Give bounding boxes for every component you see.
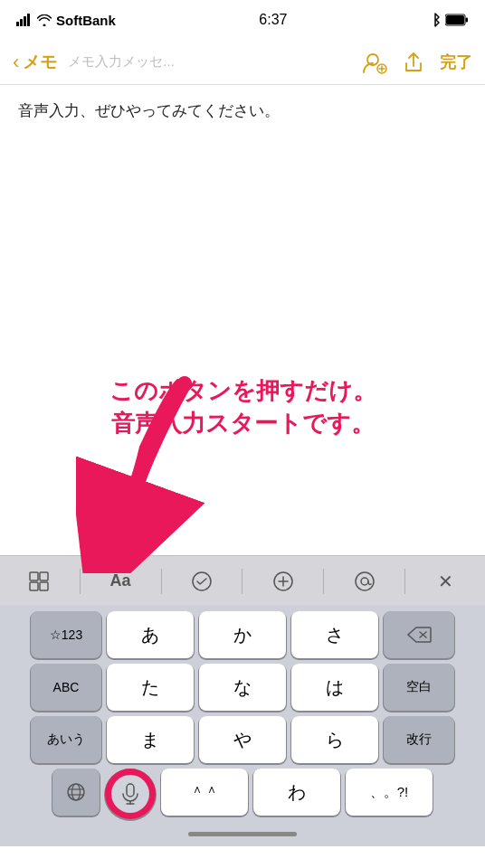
toolbar-at-btn[interactable] <box>345 561 385 601</box>
note-content-area[interactable]: 音声入力、ぜひやってみてください。 <box>0 85 485 356</box>
note-text: 音声入力、ぜひやってみてください。 <box>18 102 280 119</box>
annotation-line1: このボタンを押すだけ。 <box>109 374 376 407</box>
toolbar-close-btn[interactable]: ✕ <box>426 561 466 601</box>
nav-title[interactable]: メモ <box>23 51 57 74</box>
key-punctuation[interactable]: 、。?! <box>346 769 433 816</box>
mic-icon-inner <box>111 775 149 813</box>
toolbar: Aa ✕ <box>0 555 485 606</box>
toolbar-check-btn[interactable] <box>182 561 222 601</box>
toolbar-sep-5 <box>404 569 405 594</box>
toolbar-sep-4 <box>323 569 324 594</box>
done-button[interactable]: 完了 <box>440 52 472 73</box>
nav-bar: ‹ メモ メモ入力メッセ... 完了 <box>0 40 485 85</box>
key-delete[interactable] <box>384 611 454 658</box>
toolbar-plus-btn[interactable] <box>263 561 303 601</box>
key-ya[interactable]: や <box>199 716 286 763</box>
svg-rect-28 <box>127 784 134 797</box>
svg-rect-5 <box>446 15 464 24</box>
share-icon[interactable] <box>404 51 423 74</box>
annotation-area: このボタンを押すだけ。 音声入力スタートです。 <box>0 356 485 555</box>
key-ta[interactable]: た <box>107 664 194 711</box>
svg-rect-13 <box>40 572 48 580</box>
back-arrow-icon[interactable]: ‹ <box>13 51 19 74</box>
mentions-icon <box>355 571 375 591</box>
key-globe[interactable] <box>52 769 100 816</box>
annotation-line2: 音声入力スタートです。 <box>109 407 376 439</box>
svg-rect-2 <box>24 16 26 26</box>
home-bar <box>188 832 297 836</box>
key-ra[interactable]: ら <box>291 716 378 763</box>
status-left: SoftBank <box>16 13 116 28</box>
key-ma[interactable]: ま <box>107 716 194 763</box>
svg-rect-3 <box>27 14 30 26</box>
toolbar-grid-btn[interactable] <box>19 561 59 601</box>
nav-left: ‹ メモ メモ入力メッセ... <box>13 51 175 74</box>
svg-rect-12 <box>30 572 38 580</box>
key-row-2: ABC た な は 空白 <box>4 664 481 711</box>
home-indicator <box>4 825 481 843</box>
grid-icon <box>29 571 49 591</box>
toolbar-sep-3 <box>242 569 242 594</box>
add-icon <box>273 571 293 591</box>
key-ka[interactable]: か <box>199 611 286 658</box>
close-keyboard-icon: ✕ <box>438 571 453 592</box>
key-row-4: ＾＾ わ 、。?! <box>4 769 481 819</box>
svg-rect-1 <box>20 19 23 26</box>
svg-point-24 <box>68 784 84 800</box>
key-mic[interactable] <box>105 769 156 819</box>
signal-icon <box>16 14 33 26</box>
globe-icon <box>66 782 86 802</box>
carrier-name: SoftBank <box>56 13 116 28</box>
status-time: 6:37 <box>259 12 287 28</box>
nav-actions: 完了 <box>362 51 472 74</box>
toolbar-sep-1 <box>80 569 81 594</box>
key-numeric[interactable]: ☆123 <box>31 611 101 658</box>
svg-point-20 <box>356 572 374 590</box>
delete-icon <box>406 626 432 644</box>
key-row-1: ☆123 あ か さ <box>4 611 481 658</box>
microphone-icon <box>121 783 139 805</box>
key-wa[interactable]: わ <box>253 769 340 816</box>
key-hiragana[interactable]: あいう <box>31 716 101 763</box>
status-right <box>431 13 469 27</box>
key-abc[interactable]: ABC <box>31 664 101 711</box>
bluetooth-icon <box>431 13 440 27</box>
battery-icon <box>445 14 469 26</box>
key-newline[interactable]: 改行 <box>384 716 454 763</box>
svg-point-16 <box>193 572 211 590</box>
add-contact-icon[interactable] <box>362 51 387 74</box>
key-na[interactable]: な <box>199 664 286 711</box>
toolbar-sep-2 <box>161 569 162 594</box>
text-format-icon: Aa <box>110 571 131 590</box>
toolbar-text-btn[interactable]: Aa <box>100 561 140 601</box>
key-row-3: あいう ま や ら 改行 <box>4 716 481 763</box>
svg-rect-0 <box>16 22 19 26</box>
status-bar: SoftBank 6:37 <box>0 0 485 40</box>
annotation-block: このボタンを押すだけ。 音声入力スタートです。 <box>109 374 376 440</box>
key-ha[interactable]: は <box>291 664 378 711</box>
svg-rect-14 <box>30 582 38 590</box>
svg-rect-6 <box>465 18 468 23</box>
key-caret[interactable]: ＾＾ <box>161 769 248 816</box>
svg-rect-15 <box>40 582 48 590</box>
svg-point-25 <box>72 784 81 800</box>
note-title-placeholder: メモ入力メッセ... <box>68 53 175 71</box>
svg-point-21 <box>361 578 368 585</box>
key-sa[interactable]: さ <box>291 611 378 658</box>
key-a[interactable]: あ <box>107 611 194 658</box>
checklist-icon <box>192 571 212 591</box>
key-space-label[interactable]: 空白 <box>384 664 454 711</box>
wifi-icon <box>37 14 52 26</box>
keyboard: ☆123 あ か さ ABC た な は <box>0 606 485 846</box>
